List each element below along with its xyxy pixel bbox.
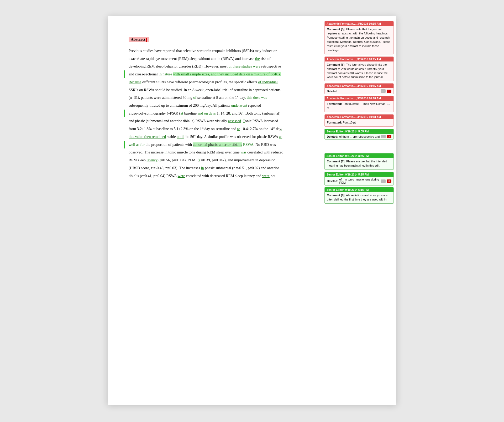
formatted-2-text: Font:10 pt	[343, 121, 356, 124]
tracked-comma: ,	[204, 88, 205, 92]
comment-block-7[interactable]: Senior Editor, 9/21/2014 8:46 PM Comment…	[324, 153, 394, 170]
tracked-of: of	[193, 95, 196, 100]
comment-6-body: Comment [6]: The journal you chose limit…	[327, 63, 391, 80]
tracked-comma2: ,	[245, 95, 246, 100]
comment-8-date: 9/19/2014 5:15 PM	[345, 188, 369, 191]
comment-7-body: Comment [7]: Please ensure that the inte…	[327, 159, 391, 168]
para-5: Because different SSRIs have different p…	[129, 78, 307, 86]
tracked-comma5: ,	[281, 127, 282, 131]
deleted-3-body: Deleted: of …n tonic muscle tone during …	[327, 178, 391, 184]
deleted-block-3[interactable]: Senior Editor, 9/19/2014 5:15 PM Deleted…	[324, 172, 394, 186]
document-area: Abstract Previous studies have reported …	[108, 16, 323, 405]
deleted-1-ellipsis[interactable]: ...	[381, 89, 386, 93]
para-4-wrap: and cross-sectional in nature with small…	[129, 70, 307, 78]
para-6: SSRIs on RSWA should be studied. In an 8…	[129, 86, 307, 94]
para-4: and cross-sectional in nature with small…	[129, 70, 307, 78]
tracked-comma3: ,	[219, 111, 220, 115]
change-bar-13	[124, 141, 125, 149]
tracked-the: the	[255, 56, 260, 61]
tracked-assessed: assessed	[228, 119, 241, 123]
formatted-2-author: Academic Formattin…	[327, 115, 356, 119]
para-1: Previous studies have reported that sele…	[129, 47, 307, 55]
tracked-for: for	[140, 142, 145, 147]
para-13: well as for the proportion of patients w…	[129, 141, 307, 149]
comment-5-date: 3/8/2016 10:15 AM	[357, 22, 381, 25]
formatted-block-1[interactable]: Academic Formattin…, 3/8/2016 10:18 AM F…	[324, 96, 394, 112]
comment-7-author: Senior Editor	[327, 154, 344, 157]
comment-7-date: 9/21/2014 8:46 PM	[345, 154, 369, 157]
para-9: video-polysomnography (vPSG) (at baselin…	[129, 110, 307, 117]
tracked-were: were	[253, 64, 260, 68]
deleted-3-label: Deleted:	[327, 179, 338, 183]
formatted-2-body: Formatted: Font:10 pt	[327, 121, 391, 125]
tracked-this-dose-was: this dose was	[247, 95, 267, 100]
tracked-until: until	[177, 135, 184, 139]
para-7: (n=31), patients were administered 50 mg…	[129, 94, 307, 102]
deleted-2-header: Senior Editor, 9/19/2014 5:05 PM	[325, 129, 393, 134]
deleted-1-header: Academic Formattin…, 3/8/2016 10:15 AM	[325, 84, 393, 88]
deleted-2-num: [2]	[387, 135, 391, 138]
change-bar-9	[124, 110, 125, 117]
deleted-1-author: Academic Formattin…	[327, 84, 356, 88]
para-14: observed. The increase in tonic muscle t…	[129, 148, 307, 156]
tracked-of-individual: of individual	[258, 80, 278, 84]
formatted-1-label: Formatted:	[327, 102, 342, 105]
tracked-underwent: underwent	[231, 103, 247, 107]
comment-block-5[interactable]: Academic Formattin…, 3/8/2016 10:15 AM C…	[324, 21, 394, 54]
sidebar-area: Academic Formattin…, 3/8/2016 10:15 AM C…	[323, 16, 396, 405]
tracked-paren: )	[242, 111, 244, 115]
para-10: and phasic (submental and anterior tibia…	[129, 117, 307, 125]
tracked-to: to	[237, 127, 240, 131]
comment-6-label: Comment [6]:	[327, 63, 345, 66]
deleted-1-body: Deleted: ... [1]	[327, 89, 391, 93]
comment-7-header: Senior Editor, 9/21/2014 8:46 PM	[325, 153, 393, 158]
formatted-block-2[interactable]: Academic Formattin…, 3/8/2016 10:18 AM F…	[324, 114, 394, 127]
tracked-in2: in	[201, 166, 204, 170]
deleted-1-date: 3/8/2016 10:15 AM	[357, 84, 381, 88]
para-12: this value then remained stable until th…	[129, 133, 307, 141]
para-9-wrap: video-polysomnography (vPSG) (at baselin…	[129, 110, 307, 117]
tracked-r2: r	[199, 158, 200, 162]
para-3: developing REM sleep behavior disorder (…	[129, 63, 307, 70]
comment-6-date: 3/8/2016 10:15 AM	[357, 58, 381, 61]
tracked-comma6: ,	[226, 158, 227, 162]
tracked-and-on-days: and on days	[198, 111, 216, 115]
tracked-in-nature: in nature	[159, 72, 172, 76]
deleted-block-1[interactable]: Academic Formattin…, 3/8/2016 10:15 AM D…	[324, 83, 394, 94]
tracked-of-these-studies: of these studies	[228, 64, 252, 68]
deleted-2-text: of them …ere retrospective and	[339, 135, 380, 138]
tracked-in: in	[165, 150, 167, 154]
deleted-2-ellipsis[interactable]: ...	[381, 135, 386, 138]
comment-5-author: Academic Formattin…	[327, 22, 356, 25]
page-container: Abstract Previous studies have reported …	[108, 16, 396, 405]
deleted-1-label: Deleted:	[327, 90, 338, 93]
tracked-were2: were	[262, 174, 270, 178]
para-8: subsequently titrated up to a maximum of…	[129, 102, 307, 110]
deleted-3-ellipsis[interactable]: ...	[381, 179, 386, 183]
highlight-abnormal: abnormal phasic anterior tibialis	[193, 142, 242, 147]
formatted-1-body: Formatted: Font:(Default) Times New Roma…	[327, 102, 391, 110]
deleted-3-author: Senior Editor	[327, 173, 344, 176]
tracked-tonic: T	[243, 119, 245, 123]
comment-8-label: Comment [8]:	[327, 194, 345, 197]
formatted-2-date: 3/8/2016 10:18 AM	[357, 115, 381, 119]
comment-6-header: Academic Formattin…, 3/8/2016 10:15 AM	[325, 57, 393, 61]
para-2: exacerbate rapid eye movement (REM) slee…	[129, 55, 307, 63]
comment-block-6[interactable]: Academic Formattin…, 3/8/2016 10:15 AM C…	[324, 56, 394, 81]
comment-8-author: Senior Editor	[327, 188, 344, 191]
deleted-block-2[interactable]: Senior Editor, 9/19/2014 5:05 PM Deleted…	[324, 129, 394, 140]
tracked-because: Because	[129, 80, 141, 84]
tracked-comma4: ,	[230, 111, 231, 115]
tracked-well-as: well as	[129, 142, 139, 147]
tracked-this-value: this value then remained	[129, 135, 166, 139]
comment-8-body: Comment [8]: Abbreviations and acronyms …	[327, 193, 391, 202]
comment-block-8[interactable]: Senior Editor, 9/19/2014 5:15 PM Comment…	[324, 187, 394, 204]
tracked-r1: r	[160, 158, 161, 162]
comment-7-label: Comment [7]:	[327, 160, 345, 163]
formatted-1-date: 3/8/2016 10:18 AM	[357, 97, 381, 100]
deleted-3-num: [3]	[387, 179, 391, 183]
deleted-3-text: of …n tonic muscle tone during REM	[339, 178, 381, 184]
tracked-rswa: RSWA	[243, 142, 254, 147]
deleted-2-author: Senior Editor	[327, 130, 344, 133]
para-13-wrap: well as for the proportion of patients w…	[129, 141, 307, 149]
